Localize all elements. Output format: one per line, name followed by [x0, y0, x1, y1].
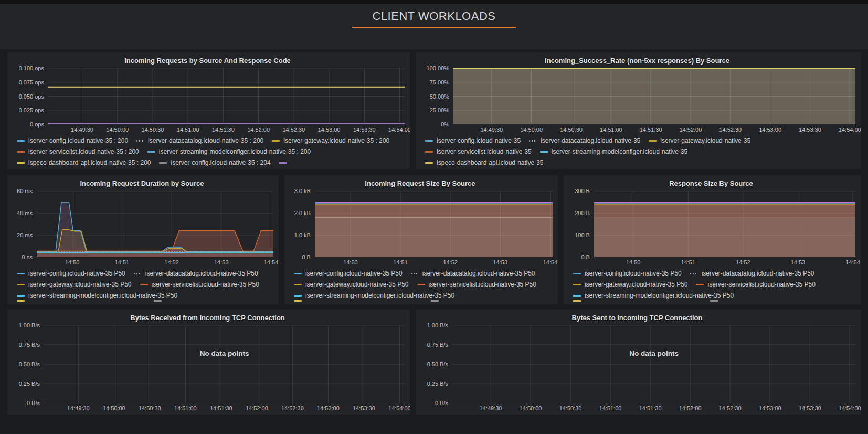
panel-title[interactable]: Incoming_Success_Rate (non-5xx responses… — [419, 57, 855, 65]
panel-request-size: Incoming Request Size By Source 3.0 kB2.… — [284, 175, 558, 304]
x-tick-label: 14:53:00 — [318, 126, 341, 133]
y-tick-label: 3.0 kB — [294, 188, 311, 194]
x-tick-label: 14:52:30 — [281, 405, 304, 411]
legend-item[interactable]: iserver-streaming-modelconfiger.icloud-n… — [540, 147, 687, 156]
legend-item[interactable]: iserver-datacatalog.icloud-native-35 : 2… — [136, 136, 263, 145]
legend-item[interactable]: iserver-config.icloud-native-35 P50 — [17, 269, 125, 278]
y-tick-label: 0.100 ops — [19, 65, 44, 71]
x-tick-label: 14:49:30 — [71, 126, 93, 133]
chart-canvas[interactable] — [315, 191, 553, 257]
x-tick-label: 14:54:00 — [388, 405, 410, 411]
panel-title[interactable]: Incoming Request Size By Source — [288, 179, 553, 187]
legend-swatch — [710, 300, 718, 302]
x-axis: 14:49:3014:50:0014:50:3014:51:0014:51:30… — [48, 124, 405, 134]
chart-canvas[interactable] — [594, 191, 855, 257]
chart-plot[interactable] — [48, 68, 405, 124]
legend-item[interactable]: iserver-servicelist.icloud-native-35 : 2… — [17, 147, 139, 156]
legend-swatch — [17, 151, 25, 153]
legend-item[interactable]: iserver-config.icloud-native-35 — [425, 136, 521, 145]
legend-item[interactable]: iserver-gateway.icloud-native-35 P50 — [573, 280, 688, 289]
legend-item[interactable]: iserver-config.icloud-native-35 P50 — [294, 269, 403, 278]
panel-row-3: Bytes Received from Incoming TCP Connect… — [0, 310, 868, 415]
legend-swatch — [294, 295, 302, 297]
x-tick-label: 14:51:00 — [177, 126, 199, 133]
panel-title[interactable]: Incoming Requests by Source And Response… — [10, 57, 405, 65]
chart-plot[interactable] — [315, 191, 553, 257]
panel-title[interactable]: Bytes Received from Incoming TCP Connect… — [10, 314, 405, 322]
chart-plot[interactable]: No data points — [452, 325, 855, 403]
no-data-message: No data points — [44, 350, 405, 357]
legend-item[interactable]: iserver-datacatalog.icloud-native-35 — [529, 136, 640, 145]
legend-swatch — [17, 162, 25, 164]
x-tick-label: 14:52 — [164, 259, 179, 266]
panel-response-size: Response Size By Source 300 B200 B100 B0… — [564, 175, 861, 304]
chart-canvas[interactable] — [48, 68, 405, 124]
legend-swatch — [140, 284, 148, 285]
legend-item-label: iserver-gateway.icloud-native-35 — [660, 136, 750, 145]
no-data-message: No data points — [452, 350, 855, 357]
x-tick-label: 14:53:00 — [317, 405, 340, 411]
chart-plot[interactable] — [37, 191, 273, 257]
legend-item[interactable]: iserver-streaming-modelconfiger.icloud-n… — [147, 147, 311, 156]
chart-plot[interactable] — [594, 191, 855, 257]
x-tick-label: 14:52:30 — [719, 126, 742, 133]
x-tick-label: 14:53:00 — [759, 405, 781, 411]
legend-item-label: iserver-config.icloud-native-35 P50 — [305, 269, 403, 278]
legend-item[interactable]: iserver-config.icloud-native-35 : 204 — [159, 158, 270, 167]
legend-item[interactable]: ispeco-dashboard-api.icloud-native-35 — [425, 158, 543, 167]
panel-title[interactable]: Bytes Sent to Incoming TCP Connection — [419, 314, 855, 322]
x-tick-label: 14:51 — [393, 259, 408, 266]
legend-item[interactable]: iserver-gateway.icloud-native-35 — [649, 136, 750, 145]
legend: iserver-config.icloud-native-35 P50iserv… — [288, 267, 553, 300]
x-axis: 14:5014:5114:5214:5314:54 — [594, 257, 855, 267]
legend-item-label: iserver-gateway.icloud-native-35 P50 — [305, 280, 409, 289]
legend-item[interactable]: iserver-datacatalog.icloud-native-35 P50 — [134, 269, 258, 278]
legend-item[interactable]: iserver-gateway.icloud-native-35 : 200 — [272, 136, 389, 145]
legend-item[interactable]: ispeco-dashboard-api.icloud-native-35 : … — [17, 158, 151, 167]
legend-clipped-row — [288, 300, 553, 303]
y-tick-label: 2.0 kB — [294, 210, 311, 216]
legend-swatch — [154, 300, 162, 302]
legend-item[interactable]: iserver-gateway.icloud-native-35 P50 — [17, 280, 132, 289]
legend-item[interactable]: iserver-datacatalog.icloud-native-35 P50 — [690, 269, 814, 278]
legend-item[interactable] — [279, 162, 291, 164]
panel-row-2: Incoming Request Duration by Source 60 m… — [0, 175, 868, 304]
legend-item-label: iserver-streaming-modelconfiger.icloud-n… — [552, 147, 687, 156]
legend-item[interactable]: iserver-streaming-modelconfiger.icloud-n… — [17, 291, 177, 300]
panel-title[interactable]: Response Size By Source — [567, 179, 855, 187]
legend-item-label: iserver-servicelist.icloud-native-35 : 2… — [28, 147, 139, 156]
chart-canvas[interactable] — [37, 191, 273, 257]
y-axis: 300 B200 B100 B0 B — [567, 191, 594, 257]
chart-canvas[interactable] — [453, 68, 855, 124]
legend-item[interactable]: iserver-servicelist.icloud-native-35 P50 — [417, 280, 536, 289]
legend-swatch — [17, 284, 25, 285]
legend: iserver-config.icloud-native-35 P50iserv… — [567, 267, 855, 300]
x-tick-label: 14:51:30 — [212, 126, 235, 133]
panel-title[interactable]: Incoming Request Duration by Source — [10, 179, 273, 187]
chart-canvas[interactable] — [44, 325, 405, 403]
legend-swatch — [272, 140, 280, 142]
legend-swatch — [417, 284, 425, 285]
x-tick-label: 14:50 — [626, 259, 641, 266]
chart-plot[interactable]: No data points — [44, 325, 405, 403]
legend-item[interactable]: iserver-gateway.icloud-native-35 P50 — [294, 280, 409, 289]
legend-item[interactable]: iserver-servicelist.icloud-native-35 P50 — [696, 280, 815, 289]
legend-swatch — [540, 151, 548, 153]
x-tick-label: 14:53 — [791, 259, 806, 266]
legend-item[interactable]: iserver-streaming-modelconfiger.icloud-n… — [573, 291, 734, 300]
x-tick-label: 14:53 — [493, 259, 508, 266]
legend-item-label: iserver-servicelist.icloud-native-35 — [437, 147, 532, 156]
legend-item-label: ispeco-dashboard-api.icloud-native-35 : … — [28, 158, 151, 167]
legend-item[interactable]: iserver-config.icloud-native-35 P50 — [573, 269, 682, 278]
chart-plot[interactable] — [453, 68, 855, 124]
legend-item-label: iserver-datacatalog.icloud-native-35 P50 — [702, 269, 814, 278]
legend-item[interactable]: iserver-servicelist.icloud-native-35 P50 — [140, 280, 259, 289]
legend-item[interactable]: iserver-datacatalog.icloud-native-35 P50 — [411, 269, 535, 278]
y-tick-label: 75.00% — [430, 79, 449, 86]
chart-canvas[interactable] — [452, 325, 855, 403]
legend-item[interactable]: iserver-servicelist.icloud-native-35 — [425, 147, 532, 156]
legend-swatch — [17, 300, 25, 302]
legend-item[interactable]: iserver-streaming-modelconfiger.icloud-n… — [294, 291, 454, 300]
legend-item[interactable]: iserver-config.icloud-native-35 : 200 — [17, 136, 128, 145]
legend-swatch — [279, 162, 287, 164]
